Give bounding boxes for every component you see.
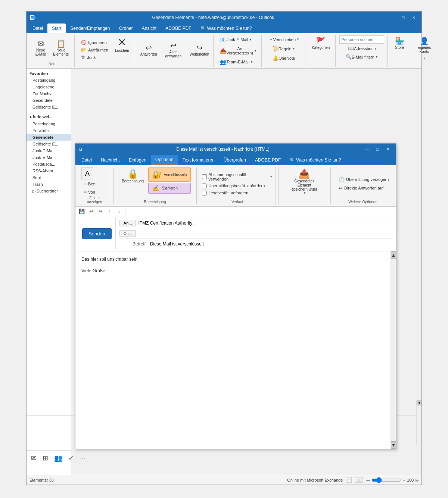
categories-btn[interactable]: 🚩 Kategorien [309,35,332,51]
msg-undo-btn[interactable]: ↩ [87,207,95,216]
msg-maximize-btn[interactable]: □ [373,145,382,153]
read-receipt-checkbox[interactable] [202,191,207,195]
main-scroll-down[interactable]: ▼ [417,400,421,405]
filter-email-btn[interactable]: 🔍 E-Mail filtern ▼ [343,53,381,61]
mail-nav-icon[interactable]: ✉ [31,454,37,462]
move-btn[interactable]: → Verschieben ▼ [265,35,302,43]
sidebar-item-junk1[interactable]: Junk-E-Ma... [27,147,71,154]
bottom-nav: ✉ ⊞ 👥 ✓ ··· [27,450,71,465]
ignore-btn[interactable]: 🚫 Ignorieren [78,39,111,46]
msg-up-btn[interactable]: ↑ [106,207,114,216]
voting-checkbox[interactable] [202,174,207,179]
direct-replies-btn[interactable]: ↩ Direkte Antworten auf [336,184,390,192]
sidebar-item-geloeschte-fav[interactable]: Gelöschte E... [27,104,71,110]
tab-senden[interactable]: Senden/Empfangen [66,24,114,33]
msg-save-btn[interactable]: 💾 [78,207,86,216]
calendar-nav-icon[interactable]: ⊞ [43,454,48,462]
tab-datei[interactable]: Datei [28,24,47,33]
reply-all-btn[interactable]: ↩ Allen antworten [160,40,187,60]
sidebar-item-rss[interactable]: RSS-Abonr... [27,167,71,174]
sidebar-item-suchordner[interactable]: ▷ Suchordner [27,188,71,195]
sidebar-item-entwuerfe[interactable]: Entwürfe [27,127,71,134]
design-btn[interactable]: A [81,167,93,179]
reply-btn[interactable]: ↩ Antworten [139,42,158,58]
to-btn[interactable]: An... [119,220,136,226]
sidebar-item-gesendete-fav[interactable]: Gesendete [27,97,71,104]
sidebar-item-sent[interactable]: Sent [27,174,71,181]
msg-tab-ueberpruefen[interactable]: Überprüfen [219,155,251,165]
msg-tab-nachricht[interactable]: Nachricht [96,155,124,165]
rules-btn[interactable]: 📜 Regeln ▼ [270,45,298,53]
delivery-receipt-checkbox[interactable] [202,184,207,188]
sidebar-item-ungelesene[interactable]: Ungelesene [27,84,71,90]
scrollbar-down-btn[interactable]: ▼ [391,441,396,449]
normal-view-btn[interactable]: □ [346,477,352,483]
cc-btn[interactable]: Cc... [119,230,136,237]
compose-body[interactable]: Das hier soll unsichtbar sein. Viele Grü… [75,251,396,449]
von-btn[interactable]: ≡ Von [81,188,108,196]
encrypt-icon: 🔐 [152,170,162,179]
outlook-icon: O [29,14,36,21]
people-nav-icon[interactable]: 👥 [54,454,62,462]
scrollbar-up-btn[interactable]: ▲ [391,251,396,259]
sign-btn[interactable]: ✍ Signieren [148,183,191,194]
sidebar-item-posteingang-fav[interactable]: Posteingang [27,77,71,84]
new-items-btn[interactable]: 📋 NeueElemente [50,38,71,58]
junk-email-btn[interactable]: 📧 Junk-E-Mail ▼ [217,35,258,44]
msg-tab-optionen[interactable]: Optionen [151,155,178,165]
cleanup-btn[interactable]: 📂 Aufräumen [78,47,111,53]
msg-down-btn[interactable]: ↓ [115,207,123,216]
tab-adobe[interactable]: ADOBE PDF [161,24,196,33]
sidebar-item-trash[interactable]: Trash [27,181,71,188]
msg-tab-adobe[interactable]: ADOBE PDF [251,155,285,165]
forward-btn[interactable]: ↪ Weiterleiten [189,42,211,58]
delete-btn[interactable]: ✕ Löschen [112,35,132,65]
onenote-btn[interactable]: 🔔 OneNote [270,54,298,62]
ribbon-items-neu: ✉ NeueE-Mail 📋 NeueElemente [32,35,71,60]
compose-body-scrollbar[interactable]: ▲ ▼ [391,251,396,449]
delay-delivery-btn[interactable]: 🕐 Übermittlung verzögern [336,176,390,184]
main-scrollbar[interactable]: ▼ [416,400,421,445]
cc-input[interactable] [137,229,393,238]
window-close-btn[interactable]: ✕ [409,14,419,21]
store-btn[interactable]: 🏪 Store [391,35,408,51]
msg-redo-btn[interactable]: ↪ [96,207,105,216]
sidebar-item-gesendete[interactable]: Gesendete [27,134,71,141]
msg-minimize-btn[interactable]: — [362,145,372,153]
msg-tab-datei[interactable]: Datei [77,155,96,165]
send-btn[interactable]: Senden [82,228,112,239]
msg-close-btn[interactable]: ✕ [383,145,393,153]
junk-quick-btn[interactable]: 🗑 Junk [78,54,111,61]
sidebar-item-postausgang[interactable]: Postausga... [27,161,71,167]
reading-view-btn[interactable]: 📖 [355,477,363,483]
delete-icon: ✕ [118,37,126,48]
team-email-btn[interactable]: 👥 Team-E-Mail ▼ [217,58,258,66]
msg-tab-textformat[interactable]: Text formatieren [178,155,219,165]
to-input[interactable] [137,219,393,227]
tasks-nav-icon[interactable]: ✓ [68,454,74,462]
tab-search[interactable]: 🔍 Was möchten Sie tun? [196,24,256,33]
window-minimize-btn[interactable]: — [388,14,398,21]
sidebar-item-geloeschte[interactable]: Gelöschte E... [27,141,71,147]
sidebar-item-nachv[interactable]: Zur Nachv... [27,90,71,97]
msg-tab-search[interactable]: 🔍 Was möchten Sie tun? [285,155,345,165]
tab-start[interactable]: Start [47,24,66,33]
encrypt-btn[interactable]: 🔐 Verschlüsseln [148,167,191,182]
permission-btn[interactable]: 🔒 Berechtigung [119,167,147,200]
tab-ansicht[interactable]: Ansicht [137,24,161,33]
sidebar-item-posteingang[interactable]: Posteingang [27,120,71,127]
msg-tab-einfuegen[interactable]: Einfügen [124,155,151,165]
window-maximize-btn[interactable]: □ [398,14,408,21]
to-manager-btn[interactable]: 📤 An Vorgesetzte(n) ▼ [217,45,258,56]
more-nav-icon[interactable]: ··· [80,454,85,462]
people-search-input[interactable] [339,35,384,44]
save-sent-btn[interactable]: 📤 Gesendetes Elementspeichern unter ▼ [284,167,325,204]
sidebar-item-junk2[interactable]: Junk-E-Ma... [27,154,71,161]
own-account-btn[interactable]: 👤 EigenesKonto [415,35,433,56]
address-book-btn[interactable]: 📖 Adressbuch [345,44,378,52]
new-email-btn[interactable]: ✉ NeueE-Mail [32,38,49,58]
zoom-slider[interactable] [371,477,401,483]
bcc-btn[interactable]: ≡ Bcc [81,180,108,188]
subject-input[interactable] [149,240,393,248]
tab-ordner[interactable]: Ordner [114,24,137,33]
